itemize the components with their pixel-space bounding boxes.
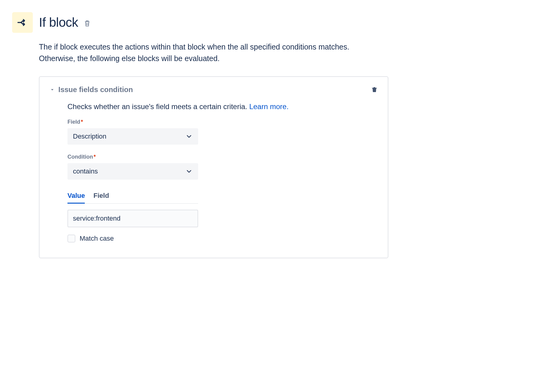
panel-header: Issue fields condition xyxy=(49,85,378,94)
field-select-value: Description xyxy=(73,132,106,140)
chevron-down-icon xyxy=(185,168,193,175)
chevron-down-icon[interactable] xyxy=(49,87,55,93)
required-indicator: * xyxy=(81,119,83,125)
if-block-icon xyxy=(12,12,33,33)
tab-field[interactable]: Field xyxy=(93,189,109,204)
trash-icon[interactable] xyxy=(371,86,378,93)
chevron-down-icon xyxy=(185,133,193,140)
value-field-tabs: Value Field xyxy=(67,189,198,204)
learn-more-link[interactable]: Learn more. xyxy=(249,102,288,111)
delete-block-icon[interactable] xyxy=(83,19,91,27)
field-label: Field* xyxy=(67,119,378,125)
content-wrapper: The if block executes the actions within… xyxy=(39,41,535,258)
panel-title: Issue fields condition xyxy=(58,85,133,94)
page-header: If block xyxy=(12,12,535,33)
panel-desc-text: Checks whether an issue's field meets a … xyxy=(67,102,249,111)
field-select[interactable]: Description xyxy=(67,128,198,145)
match-case-checkbox[interactable] xyxy=(67,235,75,242)
page-title: If block xyxy=(39,15,91,30)
condition-select[interactable]: contains xyxy=(67,163,198,180)
value-input[interactable] xyxy=(67,210,198,227)
condition-label: Condition* xyxy=(67,154,378,160)
page-title-text: If block xyxy=(39,15,78,29)
match-case-row: Match case xyxy=(67,235,378,242)
field-label-text: Field xyxy=(67,119,80,125)
block-description: The if block executes the actions within… xyxy=(39,41,358,64)
panel-body: Checks whether an issue's field meets a … xyxy=(49,102,378,242)
panel-description: Checks whether an issue's field meets a … xyxy=(67,102,378,111)
condition-panel: Issue fields condition Checks whether an… xyxy=(39,76,388,258)
panel-header-left: Issue fields condition xyxy=(49,85,133,94)
condition-label-text: Condition xyxy=(67,154,93,160)
condition-select-value: contains xyxy=(73,167,98,175)
required-indicator: * xyxy=(94,154,96,160)
match-case-label: Match case xyxy=(80,235,114,242)
tab-value[interactable]: Value xyxy=(67,189,85,204)
